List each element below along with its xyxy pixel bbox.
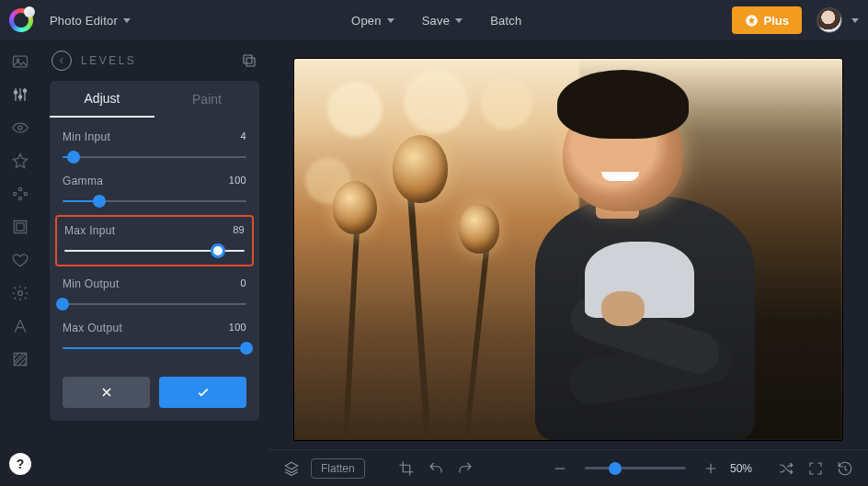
slider-label: Max Input: [64, 224, 115, 237]
shuffle-icon[interactable]: [776, 458, 796, 479]
star-icon[interactable]: [10, 151, 30, 171]
slider-track[interactable]: [64, 244, 245, 257]
slider-value: 100: [229, 322, 246, 334]
tab-adjust[interactable]: Adjust: [50, 81, 154, 118]
svg-rect-1: [14, 56, 28, 67]
hatch-icon[interactable]: [10, 349, 30, 369]
canvas-area: Flatten 50%: [268, 40, 868, 486]
close-icon: [99, 385, 114, 400]
redo-icon[interactable]: [455, 458, 475, 479]
chevron-down-icon: [455, 18, 463, 23]
panel-actions: [50, 371, 259, 421]
slider-track[interactable]: [63, 151, 246, 164]
panel-title: LEVELS: [81, 54, 232, 67]
slider-value: 100: [229, 175, 246, 187]
user-avatar[interactable]: [817, 7, 842, 33]
svg-point-3: [14, 91, 17, 94]
slider-knob[interactable]: [56, 298, 69, 311]
layers-icon[interactable]: [281, 458, 302, 479]
svg-rect-12: [17, 223, 24, 231]
eye-icon[interactable]: [10, 118, 30, 138]
history-icon[interactable]: [835, 458, 855, 479]
image-icon[interactable]: [10, 51, 30, 72]
check-icon: [196, 385, 211, 400]
text-icon[interactable]: [10, 316, 30, 336]
slider-value: 4: [241, 130, 246, 143]
slider-label: Min Input: [63, 130, 110, 143]
slider-knob[interactable]: [240, 342, 253, 355]
slider-track[interactable]: [63, 195, 246, 208]
chevron-down-icon: [851, 18, 859, 23]
chevron-down-icon: [123, 18, 131, 23]
canvas[interactable]: [268, 40, 868, 449]
slider-max-output: Max Output100: [63, 314, 246, 358]
svg-point-6: [18, 126, 22, 130]
zoom-value: 50%: [730, 462, 767, 475]
svg-rect-16: [244, 55, 252, 63]
main-area: ? LEVELS Adjust Paint Min Input4 Gamma10…: [0, 40, 868, 486]
slider-value: 0: [241, 277, 246, 290]
slider-knob[interactable]: [211, 243, 225, 258]
heart-icon[interactable]: [10, 250, 30, 270]
slider-min-output: Min Output0: [63, 270, 246, 314]
slider-knob[interactable]: [67, 151, 80, 164]
side-panel: LEVELS Adjust Paint Min Input4 Gamma100 …: [40, 40, 268, 486]
panel-header: LEVELS: [40, 40, 268, 81]
gear-icon[interactable]: [10, 283, 30, 303]
photo-preview: [294, 59, 842, 440]
star-icon: [745, 14, 759, 28]
zoom-knob[interactable]: [609, 462, 622, 475]
slider-min-input: Min Input4: [63, 123, 246, 167]
svg-point-9: [18, 197, 21, 199]
save-label: Save: [422, 14, 450, 28]
sliders-group: Min Input4 Gamma100 Max Input89 Min Outp…: [50, 118, 259, 371]
slider-gamma: Gamma100: [63, 167, 246, 211]
bottom-bar: Flatten 50%: [268, 449, 868, 486]
svg-point-8: [18, 187, 21, 190]
cancel-button[interactable]: [63, 377, 150, 408]
tab-paint[interactable]: Paint: [154, 81, 259, 118]
upgrade-plus-button[interactable]: Plus: [732, 6, 802, 34]
slider-max-input: Max Input89: [55, 215, 254, 266]
levels-panel: Adjust Paint Min Input4 Gamma100 Max Inp…: [50, 81, 259, 421]
zoom-out-button[interactable]: [550, 458, 570, 479]
batch-button[interactable]: Batch: [479, 6, 532, 34]
slider-knob[interactable]: [93, 195, 106, 208]
frame-icon[interactable]: [10, 217, 30, 237]
app-menu-button[interactable]: Photo Editor: [39, 6, 142, 34]
svg-point-10: [24, 192, 27, 195]
fit-icon[interactable]: [805, 458, 826, 479]
open-label: Open: [351, 14, 382, 28]
svg-point-4: [18, 96, 21, 98]
panel-tabs: Adjust Paint: [50, 81, 259, 118]
chevron-down-icon: [387, 18, 394, 23]
slider-value: 89: [233, 224, 245, 237]
nodes-icon[interactable]: [10, 184, 30, 204]
slider-label: Gamma: [63, 175, 103, 187]
sliders-icon[interactable]: [10, 85, 30, 105]
save-button[interactable]: Save: [411, 6, 474, 34]
flatten-button[interactable]: Flatten: [311, 458, 365, 479]
svg-point-13: [18, 291, 23, 296]
back-button[interactable]: [51, 51, 72, 71]
slider-track[interactable]: [63, 342, 246, 355]
svg-rect-15: [246, 58, 255, 66]
open-button[interactable]: Open: [340, 6, 405, 34]
batch-label: Batch: [490, 14, 521, 28]
svg-point-5: [23, 89, 26, 92]
plus-label: Plus: [764, 14, 789, 28]
zoom-in-button[interactable]: [701, 458, 721, 479]
slider-label: Min Output: [63, 277, 120, 290]
app-menu-label: Photo Editor: [50, 14, 118, 28]
zoom-slider[interactable]: [585, 462, 686, 475]
top-bar: Photo Editor Open Save Batch Plus: [0, 0, 868, 40]
tool-rail: ?: [0, 40, 40, 486]
slider-track[interactable]: [63, 298, 246, 311]
undo-icon[interactable]: [426, 458, 446, 479]
copy-icon[interactable]: [241, 52, 257, 69]
apply-button[interactable]: [159, 377, 246, 408]
slider-label: Max Output: [63, 322, 122, 334]
app-logo-icon[interactable]: [9, 8, 33, 32]
crop-icon[interactable]: [396, 458, 417, 479]
help-button[interactable]: ?: [9, 453, 31, 475]
